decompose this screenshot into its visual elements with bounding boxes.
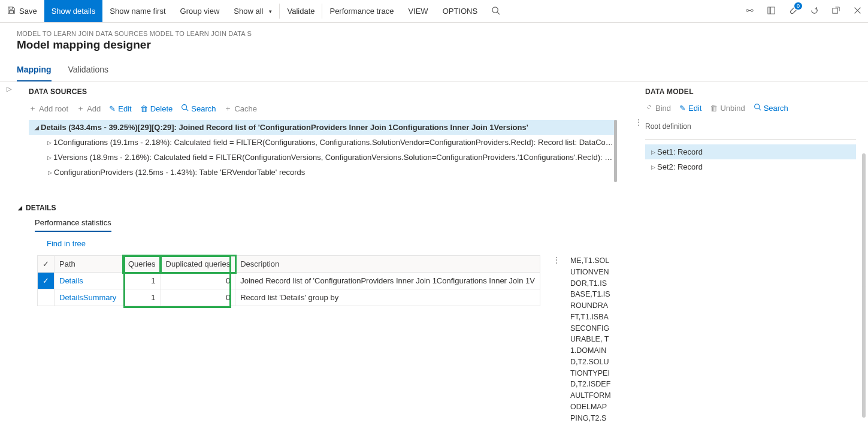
row-path[interactable]: Details: [55, 273, 123, 289]
caret-right-icon[interactable]: ▷: [649, 149, 657, 155]
scrollbar[interactable]: [862, 153, 866, 303]
row-path[interactable]: DetailsSummary: [55, 289, 123, 306]
search-icon: [181, 104, 189, 113]
perf-stats-tab[interactable]: Performance statistics: [18, 212, 624, 232]
col-check[interactable]: ✓: [38, 256, 55, 273]
validate-button[interactable]: Validate: [280, 0, 322, 22]
unbind-button[interactable]: 🗑 Unbind: [710, 103, 745, 113]
svg-point-2: [746, 9, 748, 11]
sql-text: ME,T1.SOLUTIONVENDOR,T1.ISBASE,T1.ISROUN…: [570, 256, 612, 424]
pencil-icon: ✎: [109, 104, 116, 113]
caret-right-icon[interactable]: ▷: [46, 170, 54, 176]
tree-row[interactable]: ▷Set1: Record: [645, 144, 856, 159]
caret-right-icon[interactable]: ▷: [45, 140, 53, 146]
tree-row[interactable]: ▷1Configurations (19.1ms - 2.18%): Calcu…: [29, 135, 617, 150]
data-sources-header: DATA SOURCES: [18, 81, 624, 99]
plus-icon: ＋: [29, 103, 37, 114]
popout-button[interactable]: [825, 0, 846, 22]
svg-rect-6: [769, 7, 770, 13]
tree-label: Set1: Record: [657, 147, 703, 156]
col-path[interactable]: Path: [55, 256, 123, 273]
svg-point-12: [754, 104, 759, 109]
view-label: VIEW: [408, 7, 428, 16]
main-layout: ▷ DATA SOURCES ＋ Add root ＋ Add ✎ Edit 🗑…: [0, 81, 868, 424]
close-icon: [854, 7, 861, 16]
attachments-button[interactable]: 0: [782, 0, 803, 22]
performance-trace-label: Performance trace: [329, 7, 394, 16]
save-button[interactable]: Save: [0, 0, 44, 22]
chevron-down-icon: ▾: [269, 8, 272, 14]
table-row[interactable]: DetailsSummary10Record list 'Details' gr…: [38, 289, 540, 306]
tab-mapping[interactable]: Mapping: [17, 61, 52, 81]
delete-label: Delete: [150, 104, 173, 113]
root-def-label: Root definition: [645, 119, 856, 137]
link-icon: [645, 103, 653, 113]
tree-row[interactable]: ▷Set2: Record: [645, 159, 856, 174]
tree-row[interactable]: ◢Details (343.4ms - 39.25%)[29][Q:29]: J…: [29, 120, 617, 135]
details-header[interactable]: ◢ DETAILS: [18, 204, 624, 212]
tree-label: 1Versions (18.9ms - 2.16%): Calculated f…: [53, 153, 613, 162]
splitter-handle-main[interactable]: ⋮: [634, 117, 640, 127]
cache-label: Cache: [234, 104, 257, 113]
row-dup: 0: [161, 273, 235, 289]
splitter-handle[interactable]: ⋮: [552, 255, 558, 424]
add-button[interactable]: ＋ Add: [77, 103, 101, 114]
caret-right-icon[interactable]: ▷: [649, 164, 657, 170]
data-model-toolbar: Bind ✎ Edit 🗑 Unbind Search: [645, 96, 856, 119]
scrollbar[interactable]: [614, 120, 617, 182]
options-button[interactable]: OPTIONS: [435, 0, 485, 22]
data-model-header: DATA MODEL: [645, 81, 856, 96]
unbind-label: Unbind: [720, 104, 745, 113]
scrollbar[interactable]: [862, 286, 866, 418]
breadcrumb: MODEL TO LEARN JOIN DATA SOURCES MODEL T…: [17, 30, 851, 37]
plus-icon: ＋: [77, 103, 84, 114]
row-check[interactable]: [38, 289, 55, 306]
close-button[interactable]: [846, 0, 868, 22]
find-in-tree-link[interactable]: Find in tree: [18, 232, 624, 255]
plus-icon: ＋: [224, 103, 232, 114]
view-button[interactable]: VIEW: [401, 0, 435, 22]
data-sources-toolbar: ＋ Add root ＋ Add ✎ Edit 🗑 Delete Search: [18, 99, 624, 120]
caret-right-icon[interactable]: ▷: [45, 155, 53, 161]
bind-button[interactable]: Bind: [645, 103, 671, 113]
refresh-button[interactable]: [803, 0, 825, 22]
validate-label: Validate: [287, 7, 314, 16]
perf-stats-label: Performance statistics: [35, 218, 111, 232]
col-dup[interactable]: Duplicated queries: [161, 256, 235, 273]
show-details-button[interactable]: Show details: [44, 0, 103, 22]
tab-validations[interactable]: Validations: [68, 61, 108, 81]
add-root-button[interactable]: ＋ Add root: [29, 103, 68, 114]
show-name-first-button[interactable]: Show name first: [102, 0, 173, 22]
col-desc[interactable]: Description: [235, 256, 540, 273]
search-button-ds[interactable]: Search: [181, 103, 216, 114]
show-all-button[interactable]: Show all ▾: [226, 0, 279, 22]
add-label: Add: [87, 104, 101, 113]
show-details-label: Show details: [52, 7, 96, 16]
office-icon: [767, 6, 776, 17]
delete-button[interactable]: 🗑 Delete: [140, 103, 173, 114]
connector-icon-button[interactable]: [739, 0, 760, 22]
collapse-left-icon[interactable]: ▷: [7, 85, 11, 424]
caret-down-icon[interactable]: ◢: [32, 125, 41, 131]
cache-button[interactable]: ＋ Cache: [224, 103, 257, 114]
performance-trace-button[interactable]: Performance trace: [322, 0, 401, 22]
search-dm-label: Search: [764, 104, 788, 113]
page-title: Model mapping designer: [17, 38, 851, 52]
col-queries[interactable]: Queries: [123, 256, 161, 273]
row-check[interactable]: ✓: [38, 273, 55, 289]
tree-row[interactable]: ▷1Versions (18.9ms - 2.16%): Calculated …: [29, 150, 617, 165]
table-row[interactable]: ✓Details10Joined Record list of 'Configu…: [38, 273, 540, 289]
group-view-label: Group view: [180, 7, 220, 16]
search-dm-button[interactable]: Search: [754, 103, 788, 113]
edit-button[interactable]: ✎ Edit: [109, 103, 131, 114]
office-icon-button[interactable]: [760, 0, 782, 22]
group-view-button[interactable]: Group view: [173, 0, 227, 22]
show-all-label: Show all: [234, 7, 263, 16]
tree-label: Set2: Record: [657, 162, 703, 171]
edit-dm-button[interactable]: ✎ Edit: [679, 103, 701, 113]
svg-line-13: [759, 108, 761, 110]
save-label: Save: [19, 7, 37, 16]
search-button[interactable]: [485, 0, 506, 22]
connector-icon: [745, 6, 754, 17]
tree-row[interactable]: ▷ConfigurationProviders (12.5ms - 1.43%)…: [29, 165, 617, 180]
